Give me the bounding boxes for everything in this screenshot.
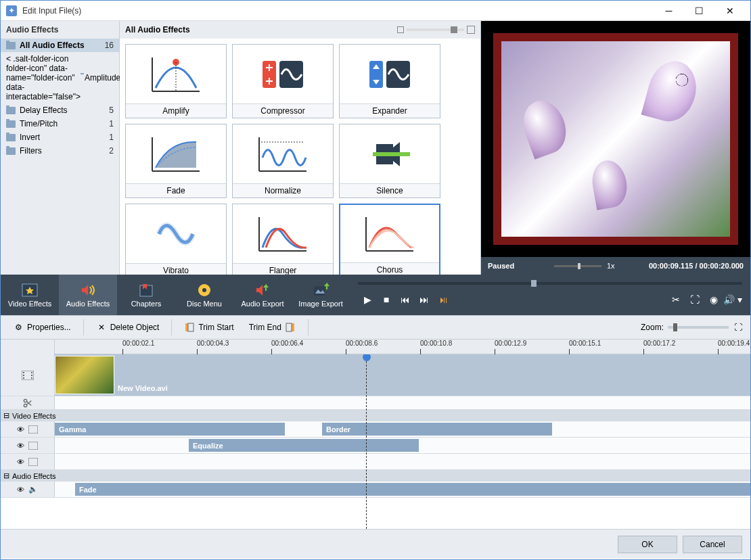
trim-end-icon bbox=[285, 322, 296, 333]
stop-button[interactable]: ■ bbox=[377, 291, 396, 308]
zoom-label: Zoom: bbox=[641, 323, 664, 332]
playback-seek-slider[interactable] bbox=[358, 282, 742, 285]
frame-step-button[interactable]: ⏯ bbox=[434, 291, 453, 308]
scissors-track-head[interactable] bbox=[1, 396, 55, 409]
maximize-button[interactable]: ☐ bbox=[684, 1, 714, 21]
effects-panel: All Audio Effects Amplify Compressor Exp… bbox=[120, 21, 481, 275]
playback-controls: ▶ ■ ⏮ ⏭ ⏯ ✂ ⛶ ◉ 🔊 ▾ bbox=[350, 275, 750, 315]
next-button[interactable]: ⏭ bbox=[415, 291, 434, 308]
video-track-head[interactable] bbox=[1, 354, 55, 396]
delete-icon: ✕ bbox=[96, 322, 107, 333]
cat-video-effects[interactable]: Video Effects bbox=[1, 275, 59, 315]
minimize-button[interactable]: ─ bbox=[654, 1, 684, 21]
audio-effects-group-header[interactable]: ⊟ Audio Effects bbox=[1, 470, 750, 482]
cat-audio-export[interactable]: Audio Export bbox=[233, 275, 292, 315]
cat-chapters[interactable]: Chapters bbox=[117, 275, 175, 315]
disc-menu-icon bbox=[195, 282, 214, 298]
eye-icon[interactable]: 👁 bbox=[17, 425, 24, 434]
effect-normalize[interactable]: Normalize bbox=[232, 124, 334, 198]
zoom-slider[interactable] bbox=[668, 326, 729, 329]
svg-rect-18 bbox=[292, 323, 294, 331]
trim-start-button[interactable]: Trim Start bbox=[179, 319, 239, 335]
svg-rect-21 bbox=[23, 372, 24, 373]
effects-grid: Amplify Compressor Expander Fade Normali… bbox=[120, 39, 480, 275]
folder-icon bbox=[6, 120, 16, 128]
effect-fade[interactable]: Fade bbox=[125, 124, 227, 198]
cancel-button[interactable]: Cancel bbox=[683, 536, 742, 553]
sidebar-item-invert[interactable]: Invert 1 bbox=[1, 131, 119, 144]
eye-icon[interactable]: 👁 bbox=[17, 486, 24, 494]
track-head[interactable]: 👁 bbox=[1, 421, 55, 437]
cat-disc-menu[interactable]: Disc Menu bbox=[175, 275, 233, 315]
cat-audio-effects[interactable]: Audio Effects bbox=[59, 275, 117, 315]
sidebar-item-amplitude[interactable]: < .salt-folder-icon folder-icon" data-na… bbox=[1, 52, 119, 103]
effect-amplify[interactable]: Amplify bbox=[125, 44, 227, 118]
folder-icon bbox=[6, 134, 16, 141]
fullscreen-button[interactable]: ⛶ bbox=[685, 291, 704, 308]
prev-button[interactable]: ⏮ bbox=[396, 291, 415, 308]
effect-chorus[interactable]: Chorus bbox=[339, 204, 440, 275]
video-clip[interactable]: New Video.avi bbox=[55, 356, 114, 394]
titlebar: ✦ Edit Input File(s) ─ ☐ ✕ bbox=[1, 1, 750, 21]
audio-effects-icon bbox=[78, 282, 97, 298]
clip-equalize[interactable]: Equalize bbox=[189, 439, 419, 452]
cut-button[interactable]: ✂ bbox=[666, 291, 685, 308]
effects-category-sidebar: Audio Effects All Audio Effects 16 < .sa… bbox=[1, 21, 120, 275]
speaker-icon: 🔈 bbox=[28, 485, 38, 494]
clip-border[interactable]: Border bbox=[322, 423, 552, 436]
playback-status: Paused bbox=[488, 262, 549, 270]
trim-end-button[interactable]: Trim End bbox=[244, 319, 301, 335]
track-head[interactable]: 👁 🔈 bbox=[1, 482, 55, 497]
svg-rect-26 bbox=[31, 377, 32, 379]
svg-point-14 bbox=[202, 288, 206, 292]
delete-object-button[interactable]: ✕ Delete Object bbox=[91, 319, 165, 335]
video-effects-group-header[interactable]: ⊟ Video Effects bbox=[1, 410, 750, 421]
timeline-ruler[interactable]: 00:00:02.1 00:00:04.3 00:00:06.4 00:00:0… bbox=[55, 340, 750, 354]
svg-rect-23 bbox=[23, 377, 24, 379]
clip-fade[interactable]: Fade bbox=[75, 483, 750, 496]
collapse-icon: ⊟ bbox=[3, 411, 9, 420]
close-button[interactable]: ✕ bbox=[714, 1, 745, 21]
sidebar-item-all-audio-effects[interactable]: All Audio Effects 16 bbox=[1, 39, 119, 52]
preview-video[interactable] bbox=[481, 21, 750, 257]
snapshot-button[interactable]: ◉ bbox=[704, 291, 723, 308]
scissors-icon bbox=[23, 398, 32, 408]
effects-header: All Audio Effects bbox=[120, 21, 480, 39]
zoom-fit-icon[interactable]: ⛶ bbox=[733, 322, 744, 333]
cat-image-export[interactable]: Image Export bbox=[292, 275, 350, 315]
play-button[interactable]: ▶ bbox=[358, 291, 377, 308]
scissors-track bbox=[1, 396, 750, 410]
speed-value: 1x bbox=[607, 262, 627, 270]
film-icon bbox=[22, 371, 34, 380]
clip-gamma[interactable]: Gamma bbox=[55, 423, 285, 436]
timeline-toolbar: ⚙ Properties... ✕ Delete Object Trim Sta… bbox=[1, 315, 750, 340]
video-effect-track-3: 👁 bbox=[1, 454, 750, 470]
svg-rect-30 bbox=[28, 442, 38, 450]
speed-slider[interactable] bbox=[554, 265, 601, 267]
sidebar-item-delay-effects[interactable]: Delay Effects 5 bbox=[1, 103, 119, 117]
svg-rect-24 bbox=[31, 372, 32, 373]
sidebar-item-filters[interactable]: Filters 2 bbox=[1, 144, 119, 158]
properties-button[interactable]: ⚙ Properties... bbox=[7, 319, 76, 335]
ok-button[interactable]: OK bbox=[618, 536, 677, 553]
effect-expander[interactable]: Expander bbox=[339, 44, 440, 118]
preview-status-bar: Paused 1x 00:00:09.115 / 00:00:20.000 bbox=[481, 257, 750, 275]
track-head[interactable]: 👁 bbox=[1, 454, 55, 469]
sidebar-item-time-pitch[interactable]: Time/Pitch 1 bbox=[1, 117, 119, 131]
effect-flanger[interactable]: Flanger bbox=[232, 204, 334, 275]
effect-silence[interactable]: Silence bbox=[339, 124, 440, 198]
time-display: 00:00:09.115 / 00:00:20.000 bbox=[649, 262, 744, 270]
svg-rect-16 bbox=[185, 323, 188, 331]
video-effects-icon bbox=[20, 282, 39, 298]
eye-icon[interactable]: 👁 bbox=[17, 458, 24, 466]
thumbnail-size-control[interactable] bbox=[397, 26, 475, 34]
effect-compressor[interactable]: Compressor bbox=[232, 44, 334, 118]
category-bar: Video Effects Audio Effects Chapters Dis… bbox=[1, 275, 750, 315]
volume-button[interactable]: 🔊 ▾ bbox=[723, 291, 742, 308]
eye-icon[interactable]: 👁 bbox=[17, 442, 24, 450]
effect-vibrato[interactable]: Vibrato bbox=[125, 204, 227, 275]
svg-rect-17 bbox=[188, 323, 194, 331]
track-head[interactable]: 👁 bbox=[1, 438, 55, 453]
svg-rect-8 bbox=[373, 152, 410, 156]
audio-export-icon bbox=[253, 282, 272, 298]
